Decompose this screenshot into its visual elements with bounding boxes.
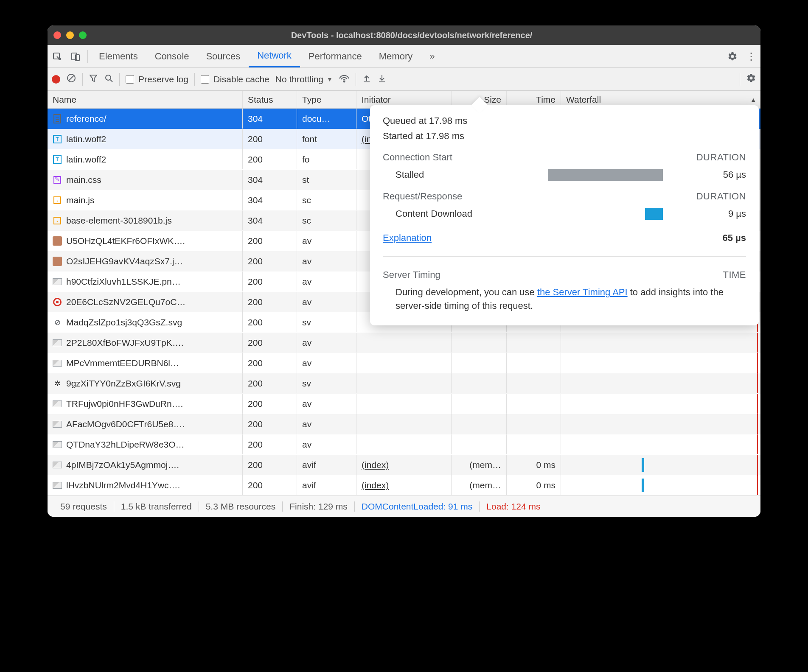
request-name: h90CtfziXluvh1LSSKJE.pn…: [66, 277, 181, 287]
network-settings-icon[interactable]: [746, 73, 756, 85]
record-button[interactable]: [52, 75, 60, 84]
download-har-icon[interactable]: [377, 73, 387, 85]
request-name: latin.woff2: [66, 154, 106, 165]
window-title: DevTools - localhost:8080/docs/devtools/…: [94, 31, 729, 40]
request-status: 200: [243, 312, 297, 332]
panel-tabs: Elements Console Sources Network Perform…: [48, 45, 760, 68]
request-status: 200: [243, 231, 297, 251]
explanation-link[interactable]: Explanation: [383, 232, 432, 244]
tab-sources[interactable]: Sources: [197, 45, 249, 67]
request-name: QTDnaY32hLDipeRW8e3O…: [66, 440, 185, 450]
devtools-window: DevTools - localhost:8080/docs/devtools/…: [48, 25, 760, 517]
table-row[interactable]: TRFujw0pi0nHF3GwDuRn….200av: [48, 394, 760, 414]
server-timing-hint: During development, you can use the Serv…: [383, 286, 746, 313]
network-conditions-icon[interactable]: [339, 73, 350, 85]
request-status: 304: [243, 210, 297, 230]
column-type[interactable]: Type: [297, 91, 356, 108]
request-initiator: [356, 414, 452, 434]
filter-icon[interactable]: [89, 73, 98, 85]
inspect-element-icon[interactable]: [48, 47, 66, 66]
tab-network[interactable]: Network: [249, 45, 300, 67]
disable-cache-checkbox[interactable]: Disable cache: [201, 74, 269, 84]
settings-icon[interactable]: [723, 47, 742, 66]
total-duration: 65 µs: [723, 232, 746, 244]
kebab-menu-icon[interactable]: ⋮: [742, 47, 760, 66]
request-size: [452, 333, 507, 353]
content-download-value: 9 µs: [663, 208, 746, 219]
content-download-label: Content Download: [383, 208, 548, 219]
device-toggle-icon[interactable]: [66, 47, 85, 66]
request-status: 200: [243, 149, 297, 169]
request-name: TRFujw0pi0nHF3GwDuRn….: [66, 399, 183, 409]
search-icon[interactable]: [104, 73, 113, 85]
stalled-value: 56 µs: [663, 169, 746, 180]
request-name: U5OHzQL4tEKFr6OFIxWK….: [66, 236, 185, 246]
request-waterfall: [561, 434, 760, 454]
upload-har-icon[interactable]: [362, 73, 371, 85]
request-type: sc: [297, 210, 356, 230]
preserve-log-checkbox[interactable]: Preserve log: [126, 74, 188, 84]
timing-popover: Queued at 17.98 ms Started at 17.98 ms C…: [370, 105, 759, 325]
request-type: avif: [297, 455, 356, 475]
table-row[interactable]: QTDnaY32hLDipeRW8e3O…200av: [48, 434, 760, 455]
request-type: av: [297, 292, 356, 312]
request-initiator: [356, 434, 452, 454]
tab-performance[interactable]: Performance: [300, 45, 370, 67]
clear-button[interactable]: [66, 73, 76, 85]
started-at: Started at 17.98 ms: [383, 131, 746, 142]
request-status: 304: [243, 170, 297, 190]
throttling-select[interactable]: No throttling ▼: [275, 74, 333, 84]
titlebar: DevTools - localhost:8080/docs/devtools/…: [48, 25, 760, 45]
sort-indicator-icon: ▲: [750, 96, 756, 103]
tab-console[interactable]: Console: [146, 45, 198, 67]
server-timing-label: Server Timing: [383, 269, 440, 280]
stalled-bar: [548, 169, 663, 181]
request-type: docu…: [297, 109, 356, 129]
request-type: sv: [297, 312, 356, 332]
request-time: [507, 434, 561, 454]
requests-count: 59 requests: [53, 501, 114, 512]
table-row[interactable]: 2P2L80XfBoFWJFxU9TpK….200av: [48, 333, 760, 353]
finish-time: Finish: 129 ms: [283, 501, 355, 512]
tab-memory[interactable]: Memory: [370, 45, 421, 67]
request-name: base-element-3018901b.js: [66, 216, 172, 226]
request-waterfall: [561, 414, 760, 434]
table-row[interactable]: 4pIMBj7zOAk1y5Agmmoj….200avif(index)(mem…: [48, 455, 760, 475]
close-window-button[interactable]: [53, 31, 61, 39]
request-name: main.css: [66, 175, 101, 185]
request-status: 200: [243, 373, 297, 393]
request-type: av: [297, 414, 356, 434]
request-initiator: [356, 373, 452, 393]
request-time: [507, 333, 561, 353]
transferred-size: 1.5 kB transferred: [114, 501, 199, 512]
svg-point-5: [106, 75, 111, 80]
maximize-window-button[interactable]: [79, 31, 87, 39]
request-type: av: [297, 353, 356, 373]
table-row[interactable]: MPcVmmemtEEDURBN6l…200av: [48, 353, 760, 373]
request-name: lHvzbNUlrm2Mvd4H1Ywc….: [66, 480, 180, 490]
column-name[interactable]: Name: [48, 91, 243, 108]
minimize-window-button[interactable]: [66, 31, 74, 39]
request-initiator[interactable]: (index): [356, 455, 452, 475]
server-timing-api-link[interactable]: the Server Timing API: [537, 287, 628, 297]
column-status[interactable]: Status: [243, 91, 297, 108]
duration-label: DURATION: [696, 152, 746, 163]
request-response-label: Request/Response: [383, 191, 462, 202]
request-type: font: [297, 129, 356, 149]
duration-label-2: DURATION: [696, 191, 746, 202]
request-status: 200: [243, 353, 297, 373]
svg-line-6: [110, 80, 112, 82]
connection-start-label: Connection Start: [383, 152, 452, 163]
table-row[interactable]: ✲9gzXiTYY0nZzBxGI6KrV.svg200sv: [48, 373, 760, 394]
more-tabs-button[interactable]: »: [421, 45, 443, 67]
request-status: 200: [243, 129, 297, 149]
request-waterfall: [561, 394, 760, 414]
tab-elements[interactable]: Elements: [90, 45, 146, 67]
table-row[interactable]: AFacMOgv6D0CFTr6U5e8….200av: [48, 414, 760, 434]
request-name: main.js: [66, 195, 95, 205]
request-initiator[interactable]: (index): [356, 475, 452, 495]
request-status: 200: [243, 251, 297, 271]
load-time: Load: 124 ms: [480, 501, 547, 512]
request-name: latin.woff2: [66, 134, 106, 144]
table-row[interactable]: lHvzbNUlrm2Mvd4H1Ywc….200avif(index)(mem…: [48, 475, 760, 496]
